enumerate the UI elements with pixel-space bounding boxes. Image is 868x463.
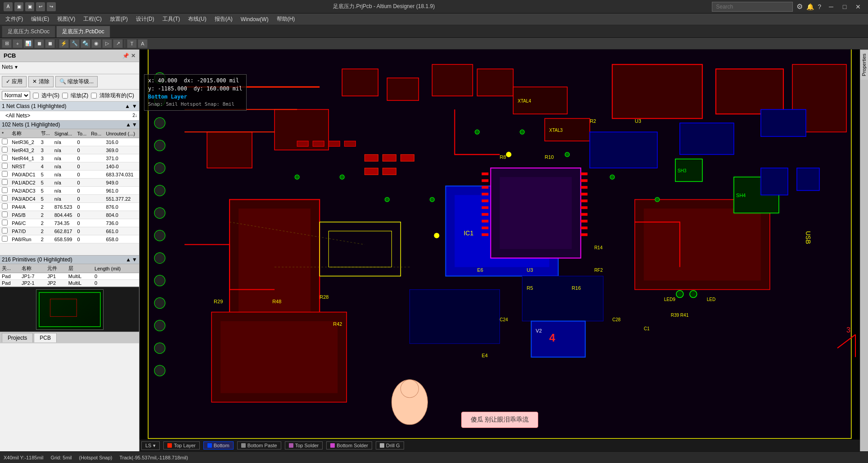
close-button[interactable]: ✕ <box>852 1 864 12</box>
maximize-button[interactable]: □ <box>838 1 851 12</box>
tab-pcb-bottom[interactable]: PCB <box>34 333 57 342</box>
clear-button[interactable]: ✕ 清除 <box>28 76 53 87</box>
net-checkbox-cell[interactable] <box>0 146 10 154</box>
net-checkbox-cell[interactable] <box>0 203 10 211</box>
table-row[interactable]: PA3/ADC4 5 n/a 0 551.377.22 <box>0 195 139 203</box>
menu-window[interactable]: Window(W) <box>237 15 272 23</box>
table-row[interactable]: PA6/C 2 734.35 0 736.0 <box>0 219 139 227</box>
net-checkbox-cell[interactable] <box>0 227 10 235</box>
app-icon-3[interactable]: ▣ <box>25 2 34 11</box>
net-checkbox-cell[interactable] <box>0 187 10 195</box>
net-checkbox[interactable] <box>2 155 8 161</box>
nets-scroll-container[interactable]: * 名称 节... Signal... To... Ro... Unrouted… <box>0 129 139 255</box>
search-input[interactable] <box>712 2 793 12</box>
net-checkbox[interactable] <box>2 179 8 185</box>
help-icon[interactable]: ? <box>818 3 821 10</box>
app-icon-2[interactable]: ▣ <box>14 2 23 11</box>
col-signal[interactable]: Signal... <box>53 129 76 138</box>
zoom-button[interactable]: 🔍 缩放等级... <box>55 76 98 87</box>
col-nodes[interactable]: 节... <box>39 129 53 138</box>
table-row[interactable]: Pad JP1-7 JP1 MultiL 0 <box>0 273 139 280</box>
net-checkbox-cell[interactable] <box>0 171 10 179</box>
net-checkbox-cell[interactable] <box>0 138 10 146</box>
pcol-layer[interactable]: 层 <box>67 264 93 273</box>
menu-route[interactable]: 布线(U) <box>184 14 210 24</box>
toolbar-b5[interactable]: 🔩 <box>81 39 90 48</box>
table-row[interactable]: PA5/B 2 804.445 0 804.0 <box>0 211 139 219</box>
table-row[interactable]: PA0/ADC1 5 n/a 0 683.374.031 <box>0 171 139 179</box>
net-checkbox[interactable] <box>2 220 8 225</box>
toolbar-b4[interactable]: 🔧 <box>70 39 80 48</box>
net-checkbox[interactable] <box>2 139 8 144</box>
panel-close-icon[interactable]: ✕ <box>131 53 135 59</box>
properties-tab[interactable]: Properties <box>860 49 868 80</box>
layer-tab-drill[interactable]: Drill G <box>376 441 404 450</box>
table-row[interactable]: PA4/A 2 876.523 0 876.0 <box>0 203 139 211</box>
table-row[interactable]: PA7/D 2 662.817 0 661.0 <box>0 227 139 235</box>
zoom-checkbox[interactable] <box>62 93 68 99</box>
toolbar-b6[interactable]: ◉ <box>91 39 101 48</box>
table-row[interactable]: PA2/ADC3 5 n/a 0 961.0 <box>0 187 139 195</box>
tab-schdoc[interactable]: 足底压力.SchDoc <box>2 26 55 37</box>
minimize-button[interactable]: ─ <box>825 1 837 12</box>
settings-icon[interactable]: ⚙ <box>796 2 803 11</box>
table-row[interactable]: NRST 4 n/a 0 140-0 <box>0 162 139 171</box>
app-icon-1[interactable]: A <box>4 2 13 11</box>
app-icon-4[interactable]: ↩ <box>36 2 45 11</box>
net-checkbox-cell[interactable] <box>0 211 10 219</box>
net-checkbox[interactable] <box>2 171 8 177</box>
toolbar-chart[interactable]: 📊 <box>23 39 33 48</box>
net-checkbox[interactable] <box>2 163 8 169</box>
table-row[interactable]: NetR44_1 3 n/a 0 371.0 <box>0 154 139 162</box>
net-checkbox[interactable] <box>2 203 8 209</box>
nets-scroll-up-icon[interactable]: ▲ <box>126 121 131 128</box>
toolbar-text2[interactable]: A <box>138 39 148 48</box>
net-checkbox-cell[interactable] <box>0 195 10 203</box>
col-name[interactable]: 名称 <box>10 129 39 138</box>
pcol-type[interactable]: 关... <box>0 264 20 273</box>
table-row[interactable]: NetR43_2 3 n/a 0 369.0 <box>0 146 139 154</box>
layer-tab-ls[interactable]: LS ▾ <box>141 441 160 450</box>
net-class-scroll-up[interactable]: ▲ <box>125 103 130 109</box>
menu-design[interactable]: 设计(D) <box>132 14 158 24</box>
toolbar-b3[interactable]: ⚡ <box>59 39 69 48</box>
panel-pin-icon[interactable]: 📌 <box>122 53 129 59</box>
pcol-name[interactable]: 名称 <box>20 264 45 273</box>
layer-tab-bottom-solder[interactable]: Bottom Solder <box>326 441 372 450</box>
table-row[interactable]: PA1/ADC2 5 n/a 0 949.0 <box>0 179 139 187</box>
menu-reports[interactable]: 报告(A) <box>211 14 236 24</box>
menu-help[interactable]: 帮助(H) <box>273 14 299 24</box>
col-ro[interactable]: Ro... <box>89 129 104 138</box>
menu-edit[interactable]: 编辑(E) <box>27 14 53 24</box>
menu-project[interactable]: 工程(C) <box>80 14 105 24</box>
nets-scroll-down-icon[interactable]: ▼ <box>132 121 137 128</box>
notification-icon[interactable]: 🔔 <box>806 3 814 10</box>
net-checkbox-cell[interactable] <box>0 235 10 243</box>
net-checkbox-cell[interactable] <box>0 162 10 171</box>
net-checkbox[interactable] <box>2 236 8 242</box>
mode-select[interactable]: Normal Mask Dim <box>2 91 30 100</box>
col-unrouted[interactable]: Unrouted (...) <box>104 129 139 138</box>
select-checkbox[interactable] <box>33 93 39 99</box>
toolbar-filter[interactable]: ⊞ <box>2 39 12 48</box>
net-checkbox[interactable] <box>2 187 8 193</box>
net-checkbox-cell[interactable] <box>0 219 10 227</box>
layer-tab-top-solder[interactable]: Top Solder <box>285 441 323 450</box>
menu-place[interactable]: 放置(P) <box>106 14 131 24</box>
app-icon-5[interactable]: ↪ <box>47 2 56 11</box>
layer-tab-top[interactable]: Top Layer <box>163 441 199 450</box>
net-class-scroll-down[interactable]: ▼ <box>132 103 137 109</box>
tab-pcbdoc[interactable]: 足底压力.PcbDoc <box>56 26 110 37</box>
tab-projects[interactable]: Projects <box>2 333 33 342</box>
pcb-canvas[interactable]: x: 40.000 dx: -2015.000 mil y: -1185.000… <box>139 49 860 440</box>
all-nets-row[interactable]: <All Nets> 2↓ <box>0 111 139 121</box>
col-to[interactable]: To... <box>76 129 90 138</box>
clear-existing-checkbox[interactable] <box>91 93 97 99</box>
table-row[interactable]: PA8/Run 2 658.599 0 658.0 <box>0 235 139 243</box>
menu-tools[interactable]: 工具(T) <box>159 14 184 24</box>
net-checkbox[interactable] <box>2 147 8 153</box>
net-checkbox[interactable] <box>2 228 8 234</box>
net-checkbox-cell[interactable] <box>0 154 10 162</box>
toolbar-b1[interactable]: ◼ <box>34 39 44 48</box>
prim-scroll-up-icon[interactable]: ▲ <box>126 256 131 263</box>
